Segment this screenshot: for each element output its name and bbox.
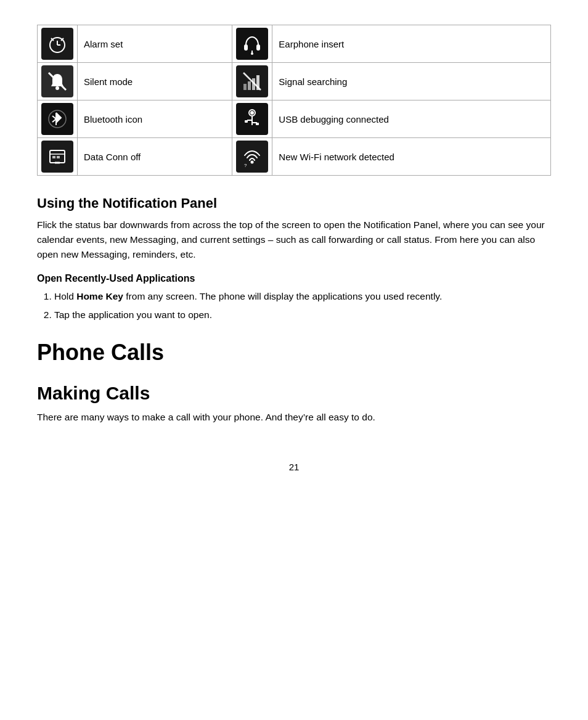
- icon-cell-bluetooth: [38, 100, 78, 138]
- making-calls-heading: Making Calls: [37, 383, 551, 404]
- icon-cell-signal: [232, 63, 272, 100]
- home-key-label: Home Key: [76, 291, 123, 301]
- icon-label-alarm: Alarm set: [78, 25, 232, 63]
- step-1: Hold Home Key from any screen. The phone…: [54, 289, 551, 304]
- icon-cell-earphone: [232, 25, 272, 63]
- table-row: Bluetooth icon USB debugging connected: [38, 100, 551, 138]
- step-2: Tap the application you want to open.: [54, 308, 551, 322]
- page-number: 21: [37, 462, 551, 472]
- svg-point-9: [55, 86, 59, 90]
- svg-text:?: ?: [244, 163, 247, 168]
- alarm-icon: [41, 28, 73, 60]
- table-row: Data Conn off ? New Wi-Fi network detect…: [38, 138, 551, 176]
- svg-point-26: [250, 111, 254, 115]
- svg-rect-5: [244, 44, 248, 51]
- svg-rect-6: [256, 44, 260, 51]
- icon-label-bluetooth: Bluetooth icon: [78, 100, 232, 138]
- wifi-icon: ?: [236, 141, 268, 173]
- svg-point-8: [251, 52, 253, 55]
- bluetooth-icon: [41, 103, 73, 135]
- making-calls-section: Making Calls There are many ways to make…: [37, 383, 551, 425]
- icon-label-silent: Silent mode: [78, 63, 232, 100]
- phone-calls-heading: Phone Calls: [37, 340, 551, 366]
- usb-icon: [236, 103, 268, 135]
- icon-label-wifi: New Wi-Fi network detected: [272, 138, 551, 176]
- icon-cell-usb: [232, 100, 272, 138]
- icon-cell-dataconn: [38, 138, 78, 176]
- icon-cell-silent: [38, 63, 78, 100]
- silent-icon: [41, 65, 73, 97]
- notification-heading: Using the Notification Panel: [37, 195, 551, 211]
- recently-used-section: Open Recently-Used Applications Hold Hom…: [37, 273, 551, 322]
- svg-rect-25: [256, 123, 259, 125]
- making-calls-body: There are many ways to make a call with …: [37, 410, 551, 425]
- icon-label-signal: Signal searching: [272, 63, 551, 100]
- icon-label-earphone: Earphone insert: [272, 25, 551, 63]
- icon-cell-wifi: ?: [232, 138, 272, 176]
- svg-rect-24: [245, 120, 248, 123]
- notification-section: Using the Notification Panel Flick the s…: [37, 195, 551, 262]
- svg-point-32: [251, 161, 254, 164]
- icon-label-dataconn: Data Conn off: [78, 138, 232, 176]
- svg-rect-12: [248, 81, 251, 90]
- table-row: Alarm set Earphone insert: [38, 25, 551, 63]
- recently-used-heading: Open Recently-Used Applications: [37, 273, 551, 284]
- earphone-icon: [236, 28, 268, 60]
- icon-label-usb: USB debugging connected: [272, 100, 551, 138]
- svg-rect-30: [57, 156, 60, 158]
- dataconn-icon: [41, 141, 73, 173]
- icon-cell-alarm: [38, 25, 78, 63]
- signal-icon: [236, 65, 268, 97]
- steps-list: Hold Home Key from any screen. The phone…: [54, 289, 551, 322]
- table-row: Silent mode Signal searching: [38, 63, 551, 100]
- svg-rect-11: [243, 84, 247, 90]
- notification-body: Flick the status bar downwards from acro…: [37, 218, 551, 262]
- svg-rect-29: [52, 156, 55, 158]
- icon-table: Alarm set Earphone insert Silent mode Si…: [37, 25, 551, 176]
